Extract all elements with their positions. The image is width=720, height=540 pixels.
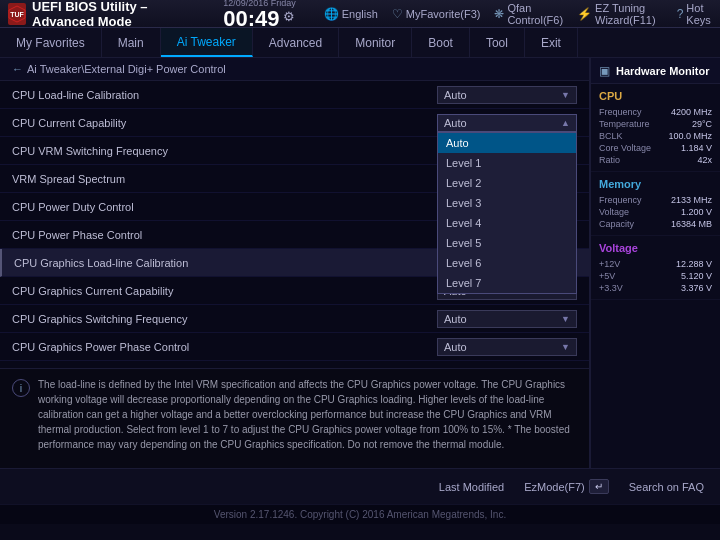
dropdown-gpu-freq[interactable]: Auto ▼ bbox=[437, 310, 577, 328]
dropdown-option-level2[interactable]: Level 2 bbox=[438, 173, 576, 193]
copyright-bar: Version 2.17.1246. Copyright (C) 2016 Am… bbox=[0, 504, 720, 524]
hw-core-volt-value: 1.184 V bbox=[681, 143, 712, 153]
setting-value-cpu-current: Auto ▲ Auto Level 1 Level 2 Level 3 Leve… bbox=[437, 114, 577, 132]
hw-ratio-row: Ratio 42x bbox=[599, 155, 712, 165]
time-display: 00:49 ⚙ bbox=[223, 8, 296, 30]
hw-memory-section: Memory Frequency 2133 MHz Voltage 1.200 … bbox=[591, 172, 720, 236]
hw-12v-row: +12V 12.288 V bbox=[599, 259, 712, 269]
info-panel: i The load-line is defined by the Intel … bbox=[0, 368, 589, 468]
my-favorite-button[interactable]: ♡ MyFavorite(F3) bbox=[392, 7, 481, 21]
setting-value-cpu-loadline: Auto ▼ bbox=[437, 86, 577, 104]
hw-bclk-row: BCLK 100.0 MHz bbox=[599, 131, 712, 141]
nav-my-favorites[interactable]: My Favorites bbox=[0, 28, 102, 57]
setting-label-cpu-current: CPU Current Capability bbox=[12, 117, 126, 129]
breadcrumb: ← Ai Tweaker\External Digi+ Power Contro… bbox=[0, 58, 589, 81]
setting-label-vrm-spread: VRM Spread Spectrum bbox=[12, 173, 125, 185]
hw-bclk-value: 100.0 MHz bbox=[668, 131, 712, 141]
setting-row-gpu-phase: CPU Graphics Power Phase Control Auto ▼ bbox=[0, 333, 589, 361]
footer-last-modified[interactable]: Last Modified bbox=[439, 481, 504, 493]
nav-main[interactable]: Main bbox=[102, 28, 161, 57]
hw-cpu-freq-value: 4200 MHz bbox=[671, 107, 712, 117]
nav-boot[interactable]: Boot bbox=[412, 28, 470, 57]
setting-label-gpu-phase: CPU Graphics Power Phase Control bbox=[12, 341, 189, 353]
favorite-icon: ♡ bbox=[392, 7, 403, 21]
hw-ratio-value: 42x bbox=[697, 155, 712, 165]
hw-mem-cap-row: Capacity 16384 MB bbox=[599, 219, 712, 229]
help-icon: ? bbox=[677, 7, 684, 21]
bios-title: UEFI BIOS Utility – Advanced Mode bbox=[32, 0, 207, 29]
hw-cpu-section: CPU Frequency 4200 MHz Temperature 29°C … bbox=[591, 84, 720, 172]
hot-keys-button[interactable]: ? Hot Keys bbox=[677, 2, 712, 26]
info-icon: i bbox=[12, 379, 30, 397]
chevron-down-icon-8: ▼ bbox=[561, 314, 570, 324]
back-arrow[interactable]: ← bbox=[12, 63, 23, 75]
qfan-button[interactable]: ❋ Qfan Control(F6) bbox=[494, 2, 563, 26]
hw-voltage-title: Voltage bbox=[599, 242, 712, 254]
footer: Last Modified EzMode(F7) ↵ Search on FAQ bbox=[0, 468, 720, 504]
ezmode-key: ↵ bbox=[589, 479, 609, 494]
hw-mem-cap-label: Capacity bbox=[599, 219, 634, 229]
chevron-up-icon: ▲ bbox=[561, 118, 570, 128]
setting-label-cpu-loadline: CPU Load-line Calibration bbox=[12, 89, 139, 101]
setting-value-gpu-freq: Auto ▼ bbox=[437, 310, 577, 328]
dropdown-cpu-current-open[interactable]: Auto ▲ bbox=[437, 114, 577, 132]
hardware-monitor-panel: ▣ Hardware Monitor CPU Frequency 4200 MH… bbox=[590, 58, 720, 468]
hw-bclk-label: BCLK bbox=[599, 131, 623, 141]
logo-icon: TUF bbox=[8, 3, 26, 25]
hw-monitor-title: Hardware Monitor bbox=[616, 65, 710, 77]
hw-ratio-label: Ratio bbox=[599, 155, 620, 165]
hw-voltage-section: Voltage +12V 12.288 V +5V 5.120 V +3.3V … bbox=[591, 236, 720, 300]
setting-label-vrm-freq: CPU VRM Switching Frequency bbox=[12, 145, 168, 157]
hw-12v-value: 12.288 V bbox=[676, 259, 712, 269]
nav-ai-tweaker[interactable]: Ai Tweaker bbox=[161, 28, 253, 57]
nav-bar: My Favorites Main Ai Tweaker Advanced Mo… bbox=[0, 28, 720, 58]
globe-icon: 🌐 bbox=[324, 7, 339, 21]
nav-advanced[interactable]: Advanced bbox=[253, 28, 339, 57]
hw-memory-title: Memory bbox=[599, 178, 712, 190]
setting-label-gpu-loadline: CPU Graphics Load-line Calibration bbox=[14, 257, 188, 269]
footer-search-faq[interactable]: Search on FAQ bbox=[629, 481, 704, 493]
nav-exit[interactable]: Exit bbox=[525, 28, 578, 57]
language-selector[interactable]: 🌐 English bbox=[324, 7, 378, 21]
favorite-label: MyFavorite(F3) bbox=[406, 8, 481, 20]
hw-cpu-freq-row: Frequency 4200 MHz bbox=[599, 107, 712, 117]
dropdown-option-level5[interactable]: Level 5 bbox=[438, 233, 576, 253]
setting-label-gpu-current: CPU Graphics Current Capability bbox=[12, 285, 173, 297]
language-label: English bbox=[342, 8, 378, 20]
setting-label-cpu-phase: CPU Power Phase Control bbox=[12, 229, 142, 241]
setting-value-gpu-phase: Auto ▼ bbox=[437, 338, 577, 356]
hw-cpu-title: CPU bbox=[599, 90, 712, 102]
hw-mem-freq-label: Frequency bbox=[599, 195, 642, 205]
hw-33v-row: +3.3V 3.376 V bbox=[599, 283, 712, 293]
search-faq-label: Search on FAQ bbox=[629, 481, 704, 493]
hw-core-volt-row: Core Voltage 1.184 V bbox=[599, 143, 712, 153]
hw-monitor-header: ▣ Hardware Monitor bbox=[591, 58, 720, 84]
main-layout: ← Ai Tweaker\External Digi+ Power Contro… bbox=[0, 58, 720, 468]
hw-12v-label: +12V bbox=[599, 259, 620, 269]
dropdown-option-level3[interactable]: Level 3 bbox=[438, 193, 576, 213]
nav-tool[interactable]: Tool bbox=[470, 28, 525, 57]
settings-area: CPU Load-line Calibration Auto ▼ CPU Cur… bbox=[0, 81, 589, 368]
hw-33v-value: 3.376 V bbox=[681, 283, 712, 293]
hw-cpu-temp-row: Temperature 29°C bbox=[599, 119, 712, 129]
hw-5v-label: +5V bbox=[599, 271, 615, 281]
dropdown-option-level7[interactable]: Level 7 bbox=[438, 273, 576, 293]
svg-text:TUF: TUF bbox=[10, 11, 24, 18]
setting-row-cpu-loadline: CPU Load-line Calibration Auto ▼ bbox=[0, 81, 589, 109]
monitor-icon: ▣ bbox=[599, 64, 610, 78]
ez-tuning-button[interactable]: ⚡ EZ Tuning Wizard(F11) bbox=[577, 2, 663, 26]
nav-monitor[interactable]: Monitor bbox=[339, 28, 412, 57]
ez-tuning-label: EZ Tuning Wizard(F11) bbox=[595, 2, 663, 26]
dropdown-option-level4[interactable]: Level 4 bbox=[438, 213, 576, 233]
dropdown-list-cpu-current: Auto Level 1 Level 2 Level 3 Level 4 Lev… bbox=[437, 132, 577, 294]
setting-label-gpu-freq: CPU Graphics Switching Frequency bbox=[12, 313, 187, 325]
dropdown-option-level6[interactable]: Level 6 bbox=[438, 253, 576, 273]
footer-ezmode[interactable]: EzMode(F7) ↵ bbox=[524, 479, 609, 494]
hw-mem-volt-label: Voltage bbox=[599, 207, 629, 217]
dropdown-option-level1[interactable]: Level 1 bbox=[438, 153, 576, 173]
dropdown-option-auto[interactable]: Auto bbox=[438, 133, 576, 153]
datetime-area: 12/09/2016 Friday 00:49 ⚙ bbox=[223, 0, 296, 30]
dropdown-gpu-phase[interactable]: Auto ▼ bbox=[437, 338, 577, 356]
dropdown-cpu-loadline[interactable]: Auto ▼ bbox=[437, 86, 577, 104]
hw-5v-value: 5.120 V bbox=[681, 271, 712, 281]
